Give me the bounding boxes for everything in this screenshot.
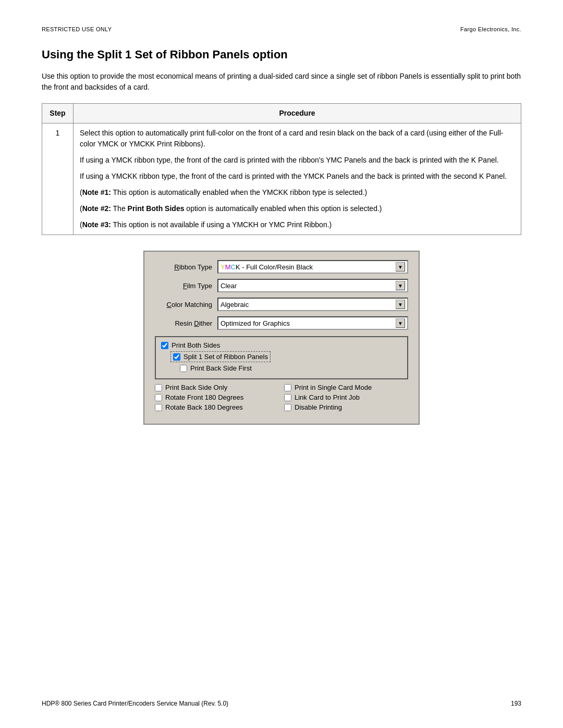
note3-label: Note #3: — [82, 220, 111, 229]
ribbon-type-dropdown-arrow[interactable]: ▼ — [396, 262, 405, 272]
resin-dither-value: Optimized for Graphics — [221, 319, 396, 327]
print-both-sides-row: Print Both Sides — [161, 341, 402, 349]
proc-para-3: If using a YMCKK ribbon type, the front … — [80, 171, 515, 182]
link-card-to-print-job-label: Link Card to Print Job — [295, 393, 360, 401]
note2-label: Note #2: — [82, 204, 111, 213]
procedure-content: Select this option to automatically prin… — [74, 124, 521, 235]
proc-para-1: Select this option to automatically prin… — [80, 128, 515, 150]
ribbon-type-value: YMCK - Full Color/Resin Black — [221, 263, 396, 271]
checkboxes-two-col-wrapper: Print Back Side Only Rotate Front 180 De… — [155, 384, 408, 413]
print-both-sides-label: Print Both Sides — [172, 341, 220, 349]
page-header: RESTRICTED USE ONLY Fargo Electronics, I… — [42, 26, 521, 32]
ymck-m: M — [225, 263, 231, 271]
rotate-back-180-checkbox[interactable] — [155, 404, 162, 411]
footer-left: HDP® 800 Series Card Printer/Encoders Se… — [42, 700, 228, 707]
rotate-front-180-row: Rotate Front 180 Degrees — [155, 393, 279, 401]
resin-dither-label: Resin Dither — [155, 319, 217, 327]
proc-para-6: (Note #3: This option is not available i… — [80, 219, 515, 230]
print-back-side-only-row: Print Back Side Only — [155, 384, 279, 391]
link-card-to-print-job-row: Link Card to Print Job — [284, 393, 408, 401]
film-type-label: Film Type — [155, 282, 217, 290]
ymck-c: C — [231, 263, 236, 271]
rotate-front-180-checkbox[interactable] — [155, 394, 162, 401]
left-checkbox-col: Print Back Side Only Rotate Front 180 De… — [155, 384, 279, 413]
link-card-to-print-job-checkbox[interactable] — [284, 394, 291, 401]
color-matching-dropdown-arrow[interactable]: ▼ — [396, 300, 405, 309]
color-matching-select[interactable]: Algebraic ▼ — [217, 298, 408, 311]
ymck-y: Y — [221, 263, 225, 271]
disable-printing-row: Disable Printing — [284, 403, 408, 411]
film-type-select[interactable]: Clear ▼ — [217, 279, 408, 292]
print-back-side-only-label: Print Back Side Only — [165, 384, 227, 391]
header-left: RESTRICTED USE ONLY — [42, 26, 112, 32]
checkbox-bordered-area: Print Both Sides Split 1 Set of Ribbon P… — [155, 336, 408, 379]
table-header-step: Step — [42, 104, 74, 124]
print-both-sides-checkbox[interactable] — [161, 342, 168, 349]
print-both-sides-ref: Print Both Sides — [128, 204, 185, 213]
ribbon-type-text: - Full Color/Resin Black — [240, 263, 313, 271]
color-matching-row: Color Matching Algebraic ▼ — [155, 298, 408, 311]
disable-printing-checkbox[interactable] — [284, 404, 291, 411]
color-matching-label: Color Matching — [155, 301, 217, 309]
procedure-table: Step Procedure 1 Select this option to a… — [42, 103, 521, 235]
footer-right: 193 — [511, 700, 521, 707]
film-type-dropdown-arrow[interactable]: ▼ — [396, 281, 405, 290]
proc-para-5: (Note #2: The Print Both Sides option is… — [80, 203, 515, 214]
color-matching-value: Algebraic — [221, 301, 396, 309]
print-single-card-mode-label: Print in Single Card Mode — [295, 384, 372, 391]
ribbon-type-select[interactable]: YMCK - Full Color/Resin Black ▼ — [217, 260, 408, 274]
print-back-side-first-label: Print Back Side First — [190, 364, 252, 372]
step-number: 1 — [42, 124, 74, 235]
table-row: 1 Select this option to automatically pr… — [42, 124, 521, 235]
rotate-front-180-label: Rotate Front 180 Degrees — [165, 393, 243, 401]
split-1-set-label: Split 1 Set of Ribbon Panels — [183, 353, 268, 361]
table-header-procedure: Procedure — [74, 104, 521, 124]
proc-para-4: (Note #1: This option is automatically e… — [80, 187, 515, 198]
resin-dither-row: Resin Dither Optimized for Graphics ▼ — [155, 316, 408, 330]
print-single-card-mode-checkbox[interactable] — [284, 384, 291, 391]
ribbon-type-row: Ribbon Type YMCK - Full Color/Resin Blac… — [155, 260, 408, 274]
split-1-set-row: Split 1 Set of Ribbon Panels — [170, 351, 271, 362]
intro-text: Use this option to provide the most econ… — [42, 71, 521, 93]
rotate-back-180-row: Rotate Back 180 Degrees — [155, 403, 279, 411]
resin-dither-dropdown-arrow[interactable]: ▼ — [396, 318, 405, 328]
right-checkbox-col: Print in Single Card Mode Link Card to P… — [279, 384, 408, 413]
ribbon-type-label: Ribbon Type — [155, 263, 217, 271]
proc-para-2: If using a YMCK ribbon type, the front o… — [80, 155, 515, 166]
page: RESTRICTED USE ONLY Fargo Electronics, I… — [0, 0, 563, 728]
film-type-row: Film Type Clear ▼ — [155, 279, 408, 292]
print-back-side-first-checkbox[interactable] — [180, 365, 187, 372]
settings-dialog: Ribbon Type YMCK - Full Color/Resin Blac… — [143, 251, 420, 425]
rotate-back-180-label: Rotate Back 180 Degrees — [165, 403, 243, 411]
print-back-side-first-row: Print Back Side First — [180, 364, 402, 372]
section-title: Using the Split 1 Set of Ribbon Panels o… — [42, 48, 521, 61]
film-type-value: Clear — [221, 282, 396, 290]
ymck-k: K — [236, 263, 240, 271]
print-single-card-mode-row: Print in Single Card Mode — [284, 384, 408, 391]
disable-printing-label: Disable Printing — [295, 403, 342, 411]
print-back-side-only-checkbox[interactable] — [155, 384, 162, 391]
page-footer: HDP® 800 Series Card Printer/Encoders Se… — [42, 700, 521, 707]
header-right: Fargo Electronics, Inc. — [460, 26, 521, 32]
note1-label: Note #1: — [82, 188, 111, 196]
split-1-set-checkbox[interactable] — [173, 353, 180, 361]
resin-dither-select[interactable]: Optimized for Graphics ▼ — [217, 316, 408, 330]
